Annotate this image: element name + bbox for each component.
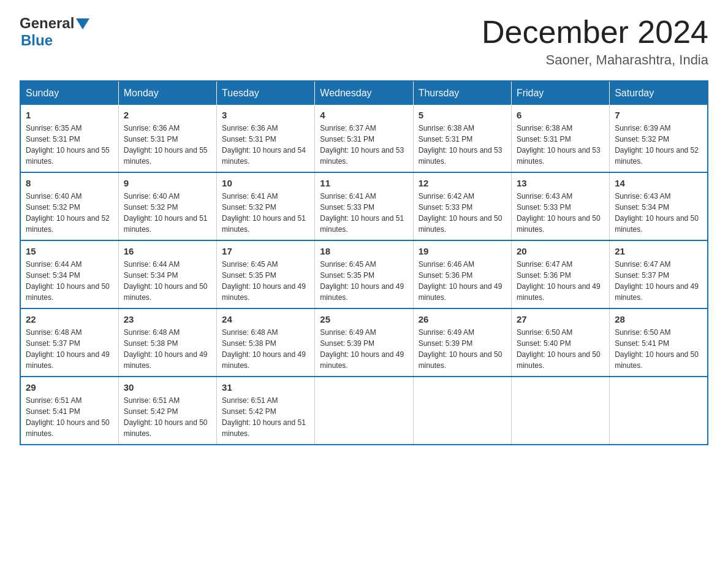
day-number: 12 — [419, 178, 506, 188]
day-info: Sunrise: 6:45 AMSunset: 5:35 PMDaylight:… — [320, 259, 408, 303]
calendar-day-cell — [610, 377, 708, 445]
calendar-day-cell: 30Sunrise: 6:51 AMSunset: 5:42 PMDayligh… — [118, 377, 216, 445]
day-number: 19 — [419, 246, 506, 256]
calendar-subtitle: Saoner, Maharashtra, India — [482, 52, 708, 68]
day-number: 24 — [222, 314, 309, 324]
day-info: Sunrise: 6:41 AMSunset: 5:33 PMDaylight:… — [320, 191, 408, 235]
day-info: Sunrise: 6:44 AMSunset: 5:34 PMDaylight:… — [26, 259, 113, 303]
calendar-day-cell: 16Sunrise: 6:44 AMSunset: 5:34 PMDayligh… — [118, 240, 216, 308]
col-thursday: Thursday — [413, 81, 511, 105]
day-info: Sunrise: 6:46 AMSunset: 5:36 PMDaylight:… — [419, 259, 506, 303]
calendar-day-cell: 7Sunrise: 6:39 AMSunset: 5:32 PMDaylight… — [610, 105, 708, 172]
day-info: Sunrise: 6:39 AMSunset: 5:32 PMDaylight:… — [615, 123, 702, 167]
calendar-day-cell: 3Sunrise: 6:36 AMSunset: 5:31 PMDaylight… — [217, 105, 315, 172]
day-number: 2 — [124, 110, 211, 120]
calendar-title: December 2024 — [482, 15, 708, 50]
calendar-day-cell: 17Sunrise: 6:45 AMSunset: 5:35 PMDayligh… — [217, 240, 315, 308]
day-info: Sunrise: 6:40 AMSunset: 5:32 PMDaylight:… — [26, 191, 113, 235]
day-info: Sunrise: 6:44 AMSunset: 5:34 PMDaylight:… — [124, 259, 211, 303]
calendar-day-cell: 4Sunrise: 6:37 AMSunset: 5:31 PMDaylight… — [315, 105, 413, 172]
day-number: 15 — [26, 246, 113, 256]
col-tuesday: Tuesday — [217, 81, 315, 105]
day-number: 26 — [419, 314, 506, 324]
day-number: 9 — [124, 178, 211, 188]
logo-general-text: General — [20, 15, 74, 32]
calendar-day-cell: 25Sunrise: 6:49 AMSunset: 5:39 PMDayligh… — [315, 308, 413, 377]
day-info: Sunrise: 6:43 AMSunset: 5:34 PMDaylight:… — [615, 191, 702, 235]
logo-triangle-icon — [76, 18, 89, 29]
day-info: Sunrise: 6:41 AMSunset: 5:32 PMDaylight:… — [222, 191, 309, 235]
day-info: Sunrise: 6:36 AMSunset: 5:31 PMDaylight:… — [124, 123, 211, 167]
calendar-week-row: 1Sunrise: 6:35 AMSunset: 5:31 PMDaylight… — [20, 105, 708, 172]
day-number: 6 — [517, 110, 604, 120]
calendar-day-cell: 29Sunrise: 6:51 AMSunset: 5:41 PMDayligh… — [20, 377, 118, 445]
day-number: 29 — [26, 382, 113, 393]
calendar-day-cell — [511, 377, 609, 445]
calendar-day-cell — [413, 377, 511, 445]
day-number: 17 — [222, 246, 309, 256]
day-info: Sunrise: 6:48 AMSunset: 5:38 PMDaylight:… — [124, 327, 211, 371]
logo-blue-text: Blue — [21, 32, 89, 49]
calendar-day-cell: 19Sunrise: 6:46 AMSunset: 5:36 PMDayligh… — [413, 240, 511, 308]
day-info: Sunrise: 6:48 AMSunset: 5:38 PMDaylight:… — [222, 327, 309, 371]
day-info: Sunrise: 6:36 AMSunset: 5:31 PMDaylight:… — [222, 123, 309, 167]
day-info: Sunrise: 6:47 AMSunset: 5:36 PMDaylight:… — [517, 259, 604, 303]
day-info: Sunrise: 6:50 AMSunset: 5:41 PMDaylight:… — [615, 327, 702, 371]
calendar-day-cell: 5Sunrise: 6:38 AMSunset: 5:31 PMDaylight… — [413, 105, 511, 172]
day-number: 10 — [222, 178, 309, 188]
day-number: 13 — [517, 178, 604, 188]
day-number: 22 — [26, 314, 113, 324]
calendar-body: 1Sunrise: 6:35 AMSunset: 5:31 PMDaylight… — [20, 105, 708, 445]
day-number: 28 — [615, 314, 702, 324]
day-info: Sunrise: 6:51 AMSunset: 5:42 PMDaylight:… — [124, 395, 211, 439]
calendar-week-row: 22Sunrise: 6:48 AMSunset: 5:37 PMDayligh… — [20, 308, 708, 377]
page-header: General Blue December 2024 Saoner, Mahar… — [20, 15, 708, 68]
calendar-day-cell: 31Sunrise: 6:51 AMSunset: 5:42 PMDayligh… — [217, 377, 315, 445]
calendar-week-row: 29Sunrise: 6:51 AMSunset: 5:41 PMDayligh… — [20, 377, 708, 445]
logo-line1: General — [20, 15, 89, 32]
calendar-day-cell: 14Sunrise: 6:43 AMSunset: 5:34 PMDayligh… — [610, 172, 708, 240]
day-number: 31 — [222, 382, 309, 393]
calendar-header: Sunday Monday Tuesday Wednesday Thursday… — [20, 81, 708, 105]
day-number: 5 — [419, 110, 506, 120]
calendar-day-cell: 27Sunrise: 6:50 AMSunset: 5:40 PMDayligh… — [511, 308, 609, 377]
day-number: 1 — [26, 110, 113, 120]
day-number: 3 — [222, 110, 309, 120]
col-saturday: Saturday — [610, 81, 708, 105]
day-number: 21 — [615, 246, 702, 256]
calendar-day-cell: 10Sunrise: 6:41 AMSunset: 5:32 PMDayligh… — [217, 172, 315, 240]
day-number: 27 — [517, 314, 604, 324]
calendar-day-cell: 11Sunrise: 6:41 AMSunset: 5:33 PMDayligh… — [315, 172, 413, 240]
day-number: 23 — [124, 314, 211, 324]
day-info: Sunrise: 6:47 AMSunset: 5:37 PMDaylight:… — [615, 259, 702, 303]
svg-marker-0 — [76, 18, 89, 29]
calendar-day-cell: 20Sunrise: 6:47 AMSunset: 5:36 PMDayligh… — [511, 240, 609, 308]
col-wednesday: Wednesday — [315, 81, 413, 105]
day-info: Sunrise: 6:38 AMSunset: 5:31 PMDaylight:… — [419, 123, 506, 167]
col-monday: Monday — [118, 81, 216, 105]
day-number: 20 — [517, 246, 604, 256]
day-number: 16 — [124, 246, 211, 256]
day-info: Sunrise: 6:50 AMSunset: 5:40 PMDaylight:… — [517, 327, 604, 371]
calendar-table: Sunday Monday Tuesday Wednesday Thursday… — [20, 80, 708, 445]
day-info: Sunrise: 6:42 AMSunset: 5:33 PMDaylight:… — [419, 191, 506, 235]
calendar-day-cell — [315, 377, 413, 445]
calendar-day-cell: 21Sunrise: 6:47 AMSunset: 5:37 PMDayligh… — [610, 240, 708, 308]
calendar-day-cell: 9Sunrise: 6:40 AMSunset: 5:32 PMDaylight… — [118, 172, 216, 240]
header-row: Sunday Monday Tuesday Wednesday Thursday… — [20, 81, 708, 105]
day-info: Sunrise: 6:38 AMSunset: 5:31 PMDaylight:… — [517, 123, 604, 167]
day-number: 8 — [26, 178, 113, 188]
day-number: 7 — [615, 110, 702, 120]
col-friday: Friday — [511, 81, 609, 105]
day-info: Sunrise: 6:37 AMSunset: 5:31 PMDaylight:… — [320, 123, 408, 167]
day-info: Sunrise: 6:40 AMSunset: 5:32 PMDaylight:… — [124, 191, 211, 235]
calendar-day-cell: 23Sunrise: 6:48 AMSunset: 5:38 PMDayligh… — [118, 308, 216, 377]
day-number: 11 — [320, 178, 408, 188]
calendar-day-cell: 18Sunrise: 6:45 AMSunset: 5:35 PMDayligh… — [315, 240, 413, 308]
day-info: Sunrise: 6:45 AMSunset: 5:35 PMDaylight:… — [222, 259, 309, 303]
day-info: Sunrise: 6:49 AMSunset: 5:39 PMDaylight:… — [419, 327, 506, 371]
day-number: 25 — [320, 314, 408, 324]
title-section: December 2024 Saoner, Maharashtra, India — [482, 15, 708, 68]
day-info: Sunrise: 6:43 AMSunset: 5:33 PMDaylight:… — [517, 191, 604, 235]
calendar-day-cell: 15Sunrise: 6:44 AMSunset: 5:34 PMDayligh… — [20, 240, 118, 308]
